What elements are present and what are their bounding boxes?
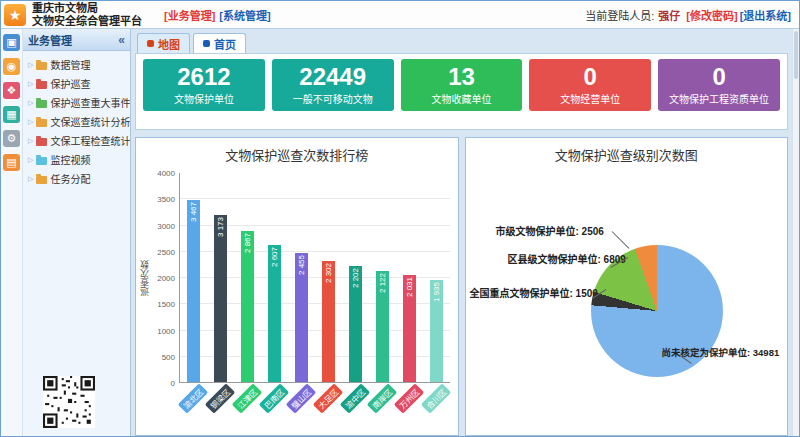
user-area: 当前登陆人员: 强仔 [修改密码][退出系统] (585, 7, 791, 23)
bar-column: 1 935 (423, 173, 450, 382)
alarm-icon[interactable]: ❖ (3, 82, 20, 99)
scrollbar-thumb[interactable] (794, 31, 798, 79)
current-user-name: 强仔 (658, 7, 680, 23)
pie-chart: 市级文物保护单位: 2506区县级文物保护单位: 6809全国重点文物保护单位:… (466, 169, 788, 414)
bar-value-label: 2 302 (324, 263, 333, 283)
tab-icon (147, 40, 154, 47)
bar-渝北区: 3 467 (187, 200, 200, 382)
tab-label: 首页 (214, 36, 236, 52)
stat-value: 2612 (177, 65, 230, 89)
stat-label: 一般不可移动文物 (293, 91, 373, 106)
bar-万州区: 2 031 (403, 275, 416, 382)
stat-label: 文物收藏单位 (431, 91, 491, 106)
bar-column: 2 122 (369, 173, 396, 382)
pie-label-1: 区县级文物保护单位: 6809 (508, 251, 626, 266)
top-menu-link-business-management[interactable]: [业务管理] (164, 7, 215, 23)
x-label-column: 万州区 (395, 383, 422, 417)
folder-icon (36, 138, 47, 146)
sidebar-item-patrol-statistics[interactable]: ▷文保巡查统计分析 (23, 112, 130, 131)
tree-expand-icon[interactable]: ▷ (28, 137, 33, 145)
y-tick-label: 3500 (157, 195, 175, 204)
bar-chart-panel: 文物保护巡查次数排行榜 巡查次数 05001000150020002500300… (135, 137, 459, 436)
monitor-icon[interactable]: ▣ (3, 34, 20, 51)
y-tick-label: 1500 (157, 300, 175, 309)
y-tick-label: 1000 (157, 326, 175, 335)
scrollbar[interactable] (792, 29, 799, 436)
sidebar-item-monitoring-video[interactable]: ▷监控视频 (23, 150, 130, 169)
tree-expand-icon[interactable]: ▷ (28, 80, 33, 88)
x-label-column: 铜梁区 (206, 383, 233, 417)
main-area: ▣◉❖▦⚙▤ 业务管理 « ▷数据管理▷保护巡查▷保护巡查重大事件▷文保巡查统计… (1, 29, 799, 436)
tree-expand-icon[interactable]: ▷ (28, 61, 33, 69)
top-menu: [业务管理][系统管理] (164, 7, 271, 23)
stats-row: 2612文物保护单位22449一般不可移动文物13文物收藏单位0文物经营单位0文… (143, 59, 780, 111)
bar-value-label: 2 455 (297, 255, 306, 275)
tab-map[interactable]: 地图 (137, 33, 190, 53)
top-header: ★ 重庆市文物局 文物安全综合管理平台 [业务管理][系统管理] 当前登陆人员:… (1, 1, 799, 29)
x-label-column: 大足区 (314, 383, 341, 417)
tab-icon (203, 40, 210, 47)
y-tick-label: 2500 (157, 247, 175, 256)
bar-南岸区: 2 122 (376, 271, 389, 382)
sidebar-item-label: 任务分配 (50, 171, 90, 186)
tree-expand-icon[interactable]: ▷ (28, 118, 33, 126)
bar-column: 2 302 (315, 173, 342, 382)
pie-chart-panel: 文物保护巡查级别次数图 市级文物保护单位: 2506区县级文物保护单位: 680… (465, 137, 789, 436)
stat-card-immovable-relics: 22449一般不可移动文物 (272, 59, 394, 111)
tree-expand-icon[interactable]: ▷ (28, 175, 33, 183)
content-area: 地图首页 2612文物保护单位22449一般不可移动文物13文物收藏单位0文物经… (131, 29, 792, 436)
platform-name: 文物安全综合管理平台 (32, 15, 142, 28)
chart-icon[interactable]: ▦ (3, 106, 20, 123)
x-tick-label: 万州区 (394, 383, 424, 413)
stat-label: 文物经营单位 (560, 91, 620, 106)
tree-expand-icon[interactable]: ▷ (28, 156, 33, 164)
bar-value-label: 2 202 (351, 268, 360, 288)
change-password-link[interactable]: [修改密码] (686, 10, 737, 22)
folder-icon (36, 119, 47, 127)
x-axis-labels: 渝北区铜梁区江津区巴南区璧山区大足区渝中区南岸区万州区合川区 (179, 383, 450, 417)
tree-expand-icon[interactable]: ▷ (28, 99, 33, 107)
charts-row: 文物保护巡查次数排行榜 巡查次数 05001000150020002500300… (135, 137, 788, 436)
pie-chart-title: 文物保护巡查级别次数图 (466, 138, 788, 169)
pie-label-3: 尚未核定为保护单位: 34981 (662, 345, 780, 359)
sidebar-item-task-assignment[interactable]: ▷任务分配 (23, 169, 130, 188)
x-label-column: 渝中区 (341, 383, 368, 417)
bar-value-label: 1 935 (432, 282, 441, 302)
icon-strip: ▣◉❖▦⚙▤ (1, 29, 23, 436)
bar-column: 2 031 (396, 173, 423, 382)
x-tick-label: 渝中区 (340, 383, 370, 413)
app-titles: 重庆市文物局 文物安全综合管理平台 (32, 2, 142, 27)
bar-value-label: 2 122 (378, 273, 387, 293)
qr-code (43, 376, 95, 432)
bar-value-label: 3 173 (216, 217, 225, 237)
collapse-sidebar-button[interactable]: « (118, 33, 125, 47)
bar-chart: 巡查次数 05001000150020002500300035004000 3 … (136, 169, 458, 417)
stat-value: 0 (712, 65, 725, 89)
bar-plot: 3 4673 1732 8672 6072 4552 3022 2022 122… (179, 173, 450, 383)
stat-value: 0 (584, 65, 597, 89)
sidebar-item-data-management[interactable]: ▷数据管理 (23, 55, 130, 74)
sidebar-item-patrol-major-events[interactable]: ▷保护巡查重大事件 (23, 93, 130, 112)
folder-icon[interactable]: ▤ (3, 154, 20, 171)
bar-column: 2 607 (261, 173, 288, 382)
x-tick-label: 渝北区 (177, 383, 207, 413)
tab-home[interactable]: 首页 (193, 33, 246, 53)
bar-chart-title: 文物保护巡查次数排行榜 (136, 138, 458, 169)
bar-巴南区: 2 607 (268, 245, 281, 382)
user-links: [修改密码][退出系统] (684, 7, 791, 23)
top-menu-link-system-management[interactable]: [系统管理] (219, 7, 270, 23)
stat-card-heritage-protection-units: 2612文物保护单位 (143, 59, 265, 111)
x-tick-label: 璧山区 (286, 383, 316, 413)
sidebar-item-label: 文保工程检查统计分析 (50, 133, 130, 148)
sidebar-title: 业务管理 (28, 32, 72, 48)
coin-icon[interactable]: ◉ (3, 58, 20, 75)
logout-link[interactable]: [退出系统] (740, 10, 791, 22)
stats-panel: 2612文物保护单位22449一般不可移动文物13文物收藏单位0文物经营单位0文… (135, 53, 788, 130)
x-tick-label: 合川区 (421, 383, 451, 413)
sidebar-item-project-inspection-stats[interactable]: ▷文保工程检查统计分析 (23, 131, 130, 150)
sidebar-item-protection-patrol[interactable]: ▷保护巡查 (23, 74, 130, 93)
sidebar-header: 业务管理 « (23, 29, 130, 51)
sidebar-item-label: 数据管理 (50, 57, 90, 72)
settings-icon[interactable]: ⚙ (3, 130, 20, 147)
tab-label: 地图 (158, 36, 180, 52)
